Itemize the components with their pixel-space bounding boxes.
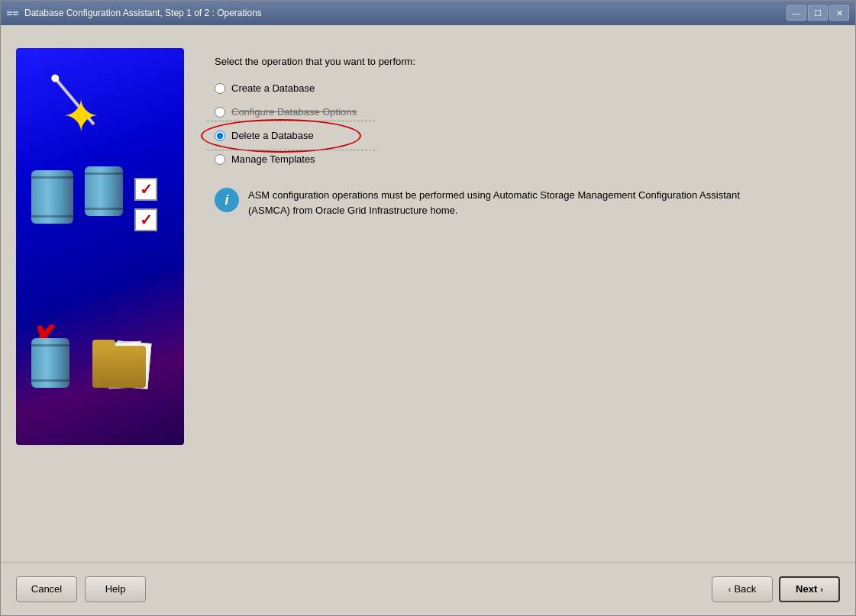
sidebar-illustration: ✦ ✗ [16,48,184,445]
radio-create[interactable] [215,83,225,94]
footer-right-buttons: ‹ Back Next › [712,576,840,602]
checkbox-icon-1 [134,178,157,201]
cancel-button[interactable]: Cancel [16,576,77,602]
app-icon [7,11,18,15]
footer: Cancel Help ‹ Back Next › [1,562,855,615]
barrel-icon-3 [31,338,69,388]
radio-label-manage[interactable]: Manage Templates [231,153,315,165]
main-content: ✦ ✗ [1,25,855,562]
barrel-icon-1 [31,170,73,224]
folder-body [92,346,146,388]
spark-icon: ✦ [62,94,123,155]
radio-item-create[interactable]: Create a Database [215,82,825,94]
radio-configure[interactable] [215,107,225,118]
radio-item-manage[interactable]: Manage Templates [215,153,825,165]
content-area: ✦ ✗ [1,25,855,615]
info-icon: i [215,188,239,212]
right-panel: Select the operation that you want to pe… [184,40,855,547]
radio-group: Create a Database Configure Database Opt… [215,82,825,165]
folder-icon [92,346,169,422]
minimize-button[interactable]: — [787,5,806,21]
footer-left-buttons: Cancel Help [16,576,146,602]
info-text: ASM configuration operations must be per… [248,188,749,218]
info-box: i ASM configuration operations must be p… [215,188,749,218]
radio-label-create[interactable]: Create a Database [231,82,315,94]
window-title: Database Configuration Assistant, Step 1… [24,8,780,18]
main-window: Database Configuration Assistant, Step 1… [0,0,856,616]
checkbox-icon-2 [134,208,157,231]
close-button[interactable]: ✕ [829,5,849,21]
radio-label-configure[interactable]: Configure Database Options [231,106,357,118]
next-arrow-icon: › [820,585,823,594]
title-bar: Database Configuration Assistant, Step 1… [1,1,855,25]
radio-manage[interactable] [215,154,225,165]
window-controls: — ☐ ✕ [787,5,849,21]
back-button[interactable]: ‹ Back [712,576,773,602]
next-button[interactable]: Next › [779,576,840,602]
back-arrow-icon: ‹ [728,585,732,594]
instruction-text: Select the operation that you want to pe… [215,56,825,67]
help-button[interactable]: Help [85,576,146,602]
radio-item-configure[interactable]: Configure Database Options [215,106,825,118]
radio-delete[interactable] [215,131,225,141]
barrel-icon-2 [85,166,123,216]
radio-label-delete[interactable]: Delete a Database [231,130,314,141]
radio-item-delete[interactable]: Delete a Database [215,130,825,141]
maximize-button[interactable]: ☐ [808,5,828,21]
